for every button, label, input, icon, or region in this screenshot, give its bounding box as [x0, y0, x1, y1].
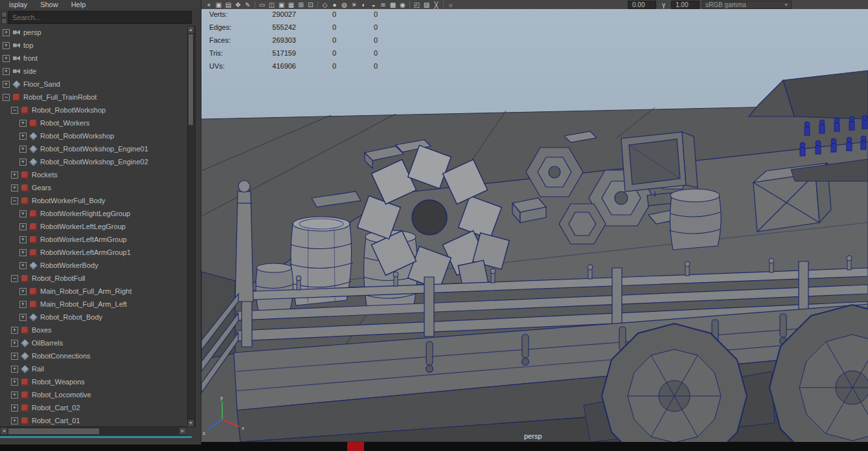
expand-toggle[interactable]: + [11, 379, 18, 386]
grease-pencil-icon[interactable]: ✎ [243, 1, 253, 9]
exposure-icon[interactable]: ☼ [446, 1, 455, 9]
expand-toggle[interactable]: + [3, 29, 10, 36]
safe-title-icon[interactable]: ⊡ [306, 1, 315, 9]
shadows-icon[interactable]: ◐ [359, 1, 369, 9]
expand-toggle[interactable]: + [19, 249, 27, 256]
expand-toggle[interactable]: + [11, 391, 18, 399]
expand-toggle[interactable]: + [19, 301, 27, 308]
menu-help[interactable]: Help [71, 1, 86, 8]
depth-of-field-icon[interactable]: ◉ [398, 1, 407, 9]
horizontal-scrollbar[interactable]: ◄ ► [0, 426, 187, 435]
menu-display[interactable]: isplay [9, 1, 27, 8]
outliner-item[interactable]: +RobotWorkerBody [0, 259, 187, 272]
outliner-item[interactable]: −Robot_Full_TrainRobot [0, 91, 187, 104]
outliner-item[interactable]: +Rail [0, 362, 187, 375]
expand-toggle[interactable]: + [11, 366, 18, 373]
expand-toggle[interactable]: + [3, 81, 10, 88]
isolate-select-icon[interactable]: ◰ [412, 1, 422, 9]
outliner-item[interactable]: +OilBarrels [0, 336, 187, 349]
outliner-item[interactable]: +Robot_Workers [0, 116, 187, 129]
exposure-field[interactable]: 0.00 [628, 1, 656, 9]
hscrollbar-thumb[interactable] [8, 428, 99, 434]
film-gate-icon[interactable]: ▭ [257, 1, 267, 9]
scrollbar-thumb[interactable] [188, 34, 193, 125]
outliner-item[interactable]: +front [0, 52, 187, 65]
outliner-item[interactable]: +Robot_Cart_02 [0, 401, 187, 414]
scroll-down-icon[interactable]: ▼ [188, 420, 194, 426]
expand-toggle[interactable]: + [19, 262, 27, 269]
expand-toggle[interactable]: + [11, 417, 18, 424]
view-transform-dropdown[interactable]: sRGB gamma▼ [702, 1, 792, 9]
outliner-item[interactable]: +Robot_RobotWorkshop_Engine01 [0, 142, 187, 155]
vertical-scrollbar[interactable]: ▲ ▼ [187, 26, 196, 427]
panel-toggle-icon[interactable] [1, 12, 7, 17]
expand-toggle[interactable]: + [19, 159, 27, 166]
wireframe-icon[interactable]: ◇ [320, 1, 330, 9]
expand-toggle[interactable]: + [11, 184, 18, 192]
gate-mask-icon[interactable]: ▣ [277, 1, 286, 9]
collapse-toggle[interactable]: − [11, 197, 18, 204]
expand-toggle[interactable]: + [11, 340, 18, 347]
outliner-item[interactable]: +Robot_Cart_01 [0, 414, 187, 427]
expand-toggle[interactable]: + [3, 42, 10, 49]
outliner-item[interactable]: +Boxes [0, 324, 187, 336]
2d-pan-zoom-icon[interactable]: ✥ [233, 1, 243, 9]
collapse-toggle[interactable]: − [3, 94, 10, 101]
textured-icon[interactable]: ◍ [339, 1, 349, 9]
outliner-item[interactable]: +persp [0, 26, 187, 39]
current-frame-marker[interactable] [347, 442, 364, 451]
expand-toggle[interactable]: + [11, 353, 18, 360]
expand-toggle[interactable]: + [19, 120, 27, 127]
panel-toggle2-icon[interactable] [1, 18, 7, 24]
expand-toggle[interactable]: + [19, 210, 27, 217]
outliner-item[interactable]: +Robot_Weapons [0, 375, 187, 388]
lock-camera-icon[interactable]: ▣ [214, 1, 223, 9]
outliner-item[interactable]: +Robot_Locomotive [0, 388, 187, 401]
expand-toggle[interactable]: + [19, 223, 27, 230]
outliner-item[interactable]: +RobotConnections [0, 349, 187, 362]
collapse-toggle[interactable]: − [11, 107, 18, 114]
outliner-item[interactable]: −Robot_RobotWorkshop [0, 104, 187, 116]
outliner-item[interactable]: +Main_Robot_Full_Arm_Right [0, 285, 187, 298]
menu-show[interactable]: Show [40, 1, 58, 8]
image-plane-icon[interactable]: ▤ [223, 1, 233, 9]
expand-toggle[interactable]: + [19, 288, 27, 295]
outliner-item[interactable]: +Rockets [0, 168, 187, 181]
resolution-gate-icon[interactable]: ◫ [267, 1, 277, 9]
outliner-item[interactable]: +Robot_RobotWorkshop [0, 129, 187, 142]
viewport-panel[interactable]: ⌖▣▤✥✎▭◫▣▦⊞⊡◇●◍☀◐◒≋▩◉◰▨╳☼0.00γ1.00sRGB ga… [201, 0, 868, 442]
outliner-item[interactable]: +side [0, 65, 187, 78]
scroll-up-icon[interactable]: ▲ [188, 27, 194, 33]
search-input[interactable] [8, 13, 191, 22]
scroll-left-icon[interactable]: ◄ [1, 428, 7, 434]
outliner-item[interactable]: +RobotWorkerLeftArmGroup [0, 233, 187, 246]
outliner-item[interactable]: +Floor_Sand [0, 78, 187, 91]
outliner-item[interactable]: −RobotWorkerFull_Body [0, 194, 187, 207]
outliner-item[interactable]: +RobotWorkerRightLegGroup [0, 207, 187, 220]
expand-toggle[interactable]: + [11, 404, 18, 412]
expand-toggle[interactable]: + [19, 314, 27, 321]
expand-toggle[interactable]: + [19, 133, 27, 140]
outliner-item[interactable]: +RobotWorkerLeftArmGroup1 [0, 246, 187, 259]
safe-action-icon[interactable]: ⊞ [296, 1, 306, 9]
expand-toggle[interactable]: + [3, 55, 10, 62]
expand-toggle[interactable]: + [3, 68, 10, 75]
smooth-shade-icon[interactable]: ● [330, 1, 339, 9]
outliner-item[interactable]: −Robot_RobotFull [0, 272, 187, 285]
motion-blur-icon[interactable]: ≋ [378, 1, 388, 9]
use-all-lights-icon[interactable]: ☀ [349, 1, 359, 9]
outliner-item[interactable]: +Main_Robot_Full_Arm_Left [0, 298, 187, 311]
gamma-icon[interactable]: γ [659, 1, 668, 9]
xray-icon[interactable]: ▨ [422, 1, 431, 9]
multisample-aa-icon[interactable]: ▩ [388, 1, 398, 9]
outliner-item[interactable]: +Robot_RobotWorkshop_Engine02 [0, 155, 187, 168]
gamma-field[interactable]: 1.00 [671, 1, 700, 9]
field-chart-icon[interactable]: ▦ [286, 1, 296, 9]
select-camera-icon[interactable]: ⌖ [204, 1, 214, 9]
outliner-item[interactable]: +Gears [0, 181, 187, 194]
scroll-right-icon[interactable]: ► [179, 428, 186, 434]
joint-xray-icon[interactable]: ╳ [431, 1, 441, 9]
outliner-item[interactable]: +RobotWorkerLeftLegGroup [0, 220, 187, 233]
outliner-item[interactable]: +top [0, 39, 187, 52]
outliner-item[interactable]: +Robot_Robot_Body [0, 311, 187, 324]
